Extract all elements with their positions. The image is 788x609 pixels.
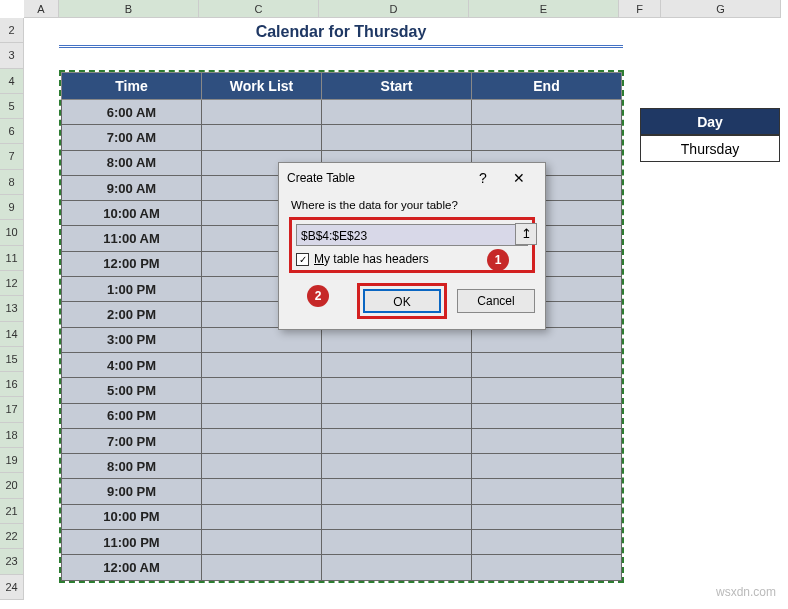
cell[interactable]: [202, 125, 322, 150]
row-hdr[interactable]: 9: [0, 195, 24, 220]
cell[interactable]: [472, 504, 622, 529]
row-hdr[interactable]: 18: [0, 423, 24, 448]
row-hdr[interactable]: 5: [0, 94, 24, 119]
col-hdr-D[interactable]: D: [319, 0, 469, 18]
row-hdr[interactable]: 14: [0, 322, 24, 347]
time-cell[interactable]: 8:00 PM: [62, 454, 202, 479]
cell[interactable]: [322, 479, 472, 504]
row-hdr[interactable]: 13: [0, 296, 24, 321]
row-hdr[interactable]: 17: [0, 397, 24, 422]
dialog-titlebar[interactable]: Create Table ? ✕: [279, 163, 545, 193]
time-cell[interactable]: 10:00 AM: [62, 201, 202, 226]
time-cell[interactable]: 6:00 AM: [62, 100, 202, 125]
cell[interactable]: [322, 530, 472, 555]
row-hdr[interactable]: 15: [0, 347, 24, 372]
cell[interactable]: [322, 555, 472, 580]
col-hdr-A[interactable]: A: [24, 0, 59, 18]
cell[interactable]: [472, 555, 622, 580]
cell[interactable]: [472, 352, 622, 377]
cell[interactable]: [202, 403, 322, 428]
cell[interactable]: [322, 454, 472, 479]
header-worklist[interactable]: Work List: [202, 73, 322, 100]
cell[interactable]: [202, 352, 322, 377]
row-hdr[interactable]: 20: [0, 473, 24, 498]
cell[interactable]: [202, 327, 322, 352]
help-button[interactable]: ?: [465, 165, 501, 191]
close-icon[interactable]: ✕: [501, 165, 537, 191]
time-cell[interactable]: 3:00 PM: [62, 327, 202, 352]
row-hdr[interactable]: 21: [0, 499, 24, 524]
row-hdr[interactable]: 4: [0, 69, 24, 94]
cell[interactable]: [472, 403, 622, 428]
time-cell[interactable]: 12:00 PM: [62, 251, 202, 276]
cancel-button[interactable]: Cancel: [457, 289, 535, 313]
cell[interactable]: [322, 428, 472, 453]
row-hdr[interactable]: 22: [0, 524, 24, 549]
time-cell[interactable]: 7:00 AM: [62, 125, 202, 150]
time-cell[interactable]: 7:00 PM: [62, 428, 202, 453]
cell[interactable]: [202, 454, 322, 479]
header-start[interactable]: Start: [322, 73, 472, 100]
time-cell[interactable]: 9:00 AM: [62, 175, 202, 200]
ok-button[interactable]: OK: [363, 289, 441, 313]
cell[interactable]: [472, 125, 622, 150]
cell[interactable]: [322, 403, 472, 428]
col-hdr-B[interactable]: B: [59, 0, 199, 18]
cell[interactable]: [472, 454, 622, 479]
time-cell[interactable]: 1:00 PM: [62, 277, 202, 302]
cell[interactable]: [322, 125, 472, 150]
time-cell[interactable]: 11:00 PM: [62, 530, 202, 555]
row-hdr[interactable]: 16: [0, 372, 24, 397]
row-hdr[interactable]: 2: [0, 18, 24, 43]
day-value[interactable]: Thursday: [640, 135, 780, 162]
cell[interactable]: [322, 378, 472, 403]
col-hdr-E[interactable]: E: [469, 0, 619, 18]
time-cell[interactable]: 9:00 PM: [62, 479, 202, 504]
time-cell[interactable]: 10:00 PM: [62, 504, 202, 529]
cell[interactable]: [472, 327, 622, 352]
headers-checkbox[interactable]: ✓: [296, 253, 309, 266]
cell[interactable]: [322, 327, 472, 352]
time-cell[interactable]: 8:00 AM: [62, 150, 202, 175]
row-hdr[interactable]: 3: [0, 43, 24, 68]
cell[interactable]: [322, 100, 472, 125]
time-cell[interactable]: 6:00 PM: [62, 403, 202, 428]
cell[interactable]: [202, 479, 322, 504]
header-time[interactable]: Time: [62, 73, 202, 100]
cell[interactable]: [202, 378, 322, 403]
row-hdr[interactable]: 11: [0, 246, 24, 271]
row-hdr[interactable]: 23: [0, 549, 24, 574]
cell[interactable]: [472, 100, 622, 125]
range-input[interactable]: $B$4:$E$23: [296, 224, 528, 246]
cell[interactable]: [202, 504, 322, 529]
row-hdr[interactable]: 19: [0, 448, 24, 473]
cell[interactable]: [472, 530, 622, 555]
cell[interactable]: [202, 530, 322, 555]
headers-checkbox-label[interactable]: My table has headers: [314, 252, 429, 266]
time-cell[interactable]: 12:00 AM: [62, 555, 202, 580]
cell[interactable]: [472, 479, 622, 504]
row-hdr[interactable]: 7: [0, 144, 24, 169]
col-hdr-F[interactable]: F: [619, 0, 661, 18]
day-header[interactable]: Day: [640, 108, 780, 135]
col-hdr-C[interactable]: C: [199, 0, 319, 18]
time-cell[interactable]: 2:00 PM: [62, 302, 202, 327]
time-cell[interactable]: 4:00 PM: [62, 352, 202, 377]
cell[interactable]: [202, 428, 322, 453]
cell[interactable]: [322, 352, 472, 377]
row-hdr[interactable]: 24: [0, 575, 24, 600]
range-selector-icon[interactable]: ↥: [515, 223, 537, 245]
row-hdr[interactable]: 10: [0, 220, 24, 245]
cell[interactable]: [472, 378, 622, 403]
time-cell[interactable]: 11:00 AM: [62, 226, 202, 251]
row-hdr[interactable]: 6: [0, 119, 24, 144]
cell[interactable]: [322, 504, 472, 529]
cell[interactable]: [202, 100, 322, 125]
cell[interactable]: [472, 428, 622, 453]
col-hdr-G[interactable]: G: [661, 0, 781, 18]
time-cell[interactable]: 5:00 PM: [62, 378, 202, 403]
row-hdr[interactable]: 12: [0, 271, 24, 296]
header-end[interactable]: End: [472, 73, 622, 100]
row-hdr[interactable]: 8: [0, 170, 24, 195]
cell[interactable]: [202, 555, 322, 580]
